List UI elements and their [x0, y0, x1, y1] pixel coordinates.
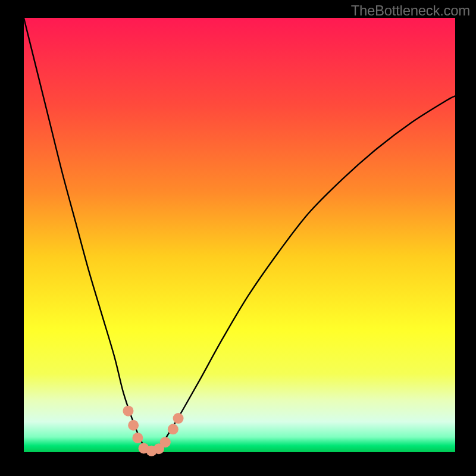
curve-marker	[173, 413, 184, 424]
curve-marker	[128, 420, 139, 431]
curve-marker	[123, 406, 133, 416]
watermark-text: TheBottleneck.com	[351, 2, 470, 19]
curve-marker	[168, 424, 178, 434]
chart-canvas	[0, 0, 476, 476]
curve-marker	[132, 433, 143, 443]
chart-frame: { "watermark": "TheBottleneck.com", "cha…	[0, 0, 476, 476]
plot-background	[24, 18, 455, 452]
curve-marker	[160, 437, 171, 447]
